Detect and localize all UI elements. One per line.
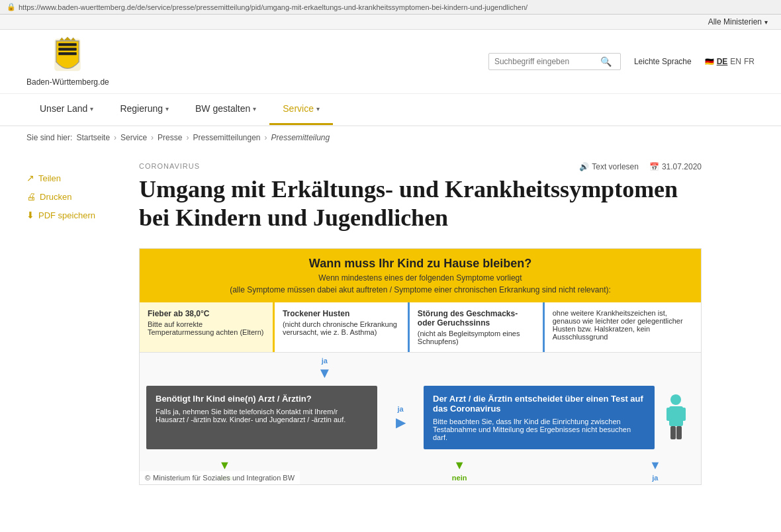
- test-box-title: Der Arzt / die Ärztin entscheidet über e…: [433, 394, 645, 414]
- breadcrumb-label: Sie sind hier:: [26, 133, 72, 142]
- ja-arrow-down: ja ▼: [146, 357, 503, 382]
- date-display: 📅 31.07.2020: [649, 162, 702, 171]
- symptom-fieber-title: Fieber ab 38,0°C: [148, 309, 265, 318]
- coat-of-arms-icon: [48, 36, 87, 76]
- article-title: Umgang mit Erkältungs- und Krankheitssym…: [139, 175, 702, 232]
- pdf-label: PDF speichern: [38, 210, 95, 220]
- symptom-fieber: Fieber ab 38,0°C Bitte auf korrekte Temp…: [140, 302, 275, 352]
- article-meta: 🔊 Text vorlesen 📅 31.07.2020: [579, 162, 702, 171]
- breadcrumb-service[interactable]: Service: [120, 133, 147, 142]
- lock-icon: 🔒: [7, 3, 16, 11]
- site-header: Baden-Württemberg.de 🔍 Leichte Sprache 🇩…: [0, 30, 781, 94]
- doctor-figure: [661, 386, 694, 449]
- nein-right-label: nein: [452, 474, 467, 482]
- doctor-box: Benötigt Ihr Kind eine(n) Arzt / Ärztin?…: [146, 386, 377, 449]
- ministerien-label: Alle Ministerien: [708, 17, 762, 26]
- ja-bottom-right: ▼ ja: [616, 459, 694, 482]
- breadcrumb-presse[interactable]: Presse: [158, 133, 182, 142]
- infographic-header: Wann muss Ihr Kind zu Hause bleiben? Wen…: [140, 249, 701, 302]
- search-box[interactable]: 🔍: [488, 53, 621, 70]
- lang-fr-button[interactable]: FR: [744, 57, 755, 66]
- breadcrumb-sep-2: ›: [151, 133, 154, 142]
- alle-ministerien-button[interactable]: Alle Ministerien ▾: [708, 17, 768, 26]
- svg-point-4: [670, 394, 681, 405]
- nav-bw-gestalten-label: BW gestalten: [195, 103, 250, 114]
- nav-bw-gestalten-chevron: ▾: [253, 105, 256, 112]
- nav-unser-land-chevron: ▾: [90, 105, 93, 112]
- doctor-figure-icon: [661, 393, 691, 446]
- pdf-button[interactable]: ⬇ PDF speichern: [26, 206, 106, 224]
- test-box-desc: Bitte beachten Sie, dass Ihr Kind die Ei…: [433, 418, 645, 441]
- drucken-label: Drucken: [40, 192, 71, 202]
- nav-regierung-chevron: ▾: [165, 105, 169, 112]
- top-bar: Alle Ministerien ▾: [0, 15, 781, 30]
- caption-text: Ministerium für Soziales und Integration…: [153, 474, 295, 482]
- nein-spacer: [303, 459, 381, 482]
- breadcrumb-sep-1: ›: [114, 133, 116, 142]
- nav-service-chevron: ▾: [316, 105, 320, 112]
- article: CORONAVIRUS 🔊 Text vorlesen 📅 31.07.2020…: [126, 162, 702, 485]
- breadcrumb-current: Pressemitteilung: [271, 133, 330, 142]
- read-aloud-label: Text vorlesen: [592, 162, 639, 171]
- mid-ja-label: ja: [397, 405, 403, 413]
- url-text: https://www.baden-wuerttemberg.de/de/ser…: [19, 3, 528, 11]
- calendar-icon: 📅: [649, 162, 659, 171]
- infographic-sub2: (alle Symptome müssen dabei akut auftret…: [153, 285, 688, 294]
- lang-de-button[interactable]: DE: [717, 57, 728, 66]
- down-arrow-icon: ▼: [146, 365, 503, 382]
- leichte-sprache-link[interactable]: Leichte Sprache: [634, 57, 692, 66]
- nav-service[interactable]: Service ▾: [269, 94, 333, 125]
- nav-regierung[interactable]: Regierung ▾: [107, 94, 182, 125]
- green-down-right-icon: ▼: [453, 459, 465, 472]
- search-input[interactable]: [494, 57, 600, 66]
- mid-right-arrow-icon: ▶: [396, 414, 406, 430]
- logo-area[interactable]: Baden-Württemberg.de: [26, 36, 109, 87]
- nav-regierung-label: Regierung: [120, 103, 163, 114]
- infographic-caption: © Ministerium für Soziales und Integrati…: [140, 471, 300, 484]
- address-bar: 🔒 https://www.baden-wuerttemberg.de/de/s…: [0, 0, 781, 15]
- teilen-button[interactable]: ↗ Teilen: [26, 169, 106, 187]
- share-icon: ↗: [26, 173, 34, 183]
- nav-unser-land[interactable]: Unser Land ▾: [26, 94, 107, 125]
- info-bottom-section: Benötigt Ihr Kind eine(n) Arzt / Ärztin?…: [140, 386, 701, 456]
- lang-en-button[interactable]: EN: [730, 57, 741, 66]
- article-category: CORONAVIRUS: [139, 162, 579, 170]
- svg-rect-3: [59, 52, 77, 55]
- print-icon: 🖨: [26, 191, 36, 202]
- breadcrumb-sep-3: ›: [186, 133, 189, 142]
- breadcrumb-startseite[interactable]: Startseite: [76, 133, 110, 142]
- infographic-title: Wann muss Ihr Kind zu Hause bleiben?: [153, 257, 688, 271]
- symptom-husten-title: Trockener Husten: [283, 309, 400, 318]
- svg-rect-7: [680, 408, 686, 421]
- symptoms-row: Fieber ab 38,0°C Bitte auf korrekte Temp…: [140, 302, 701, 353]
- svg-rect-2: [59, 48, 77, 50]
- svg-rect-1: [59, 43, 77, 46]
- content-area: ↗ Teilen 🖨 Drucken ⬇ PDF speichern CORON…: [0, 149, 728, 498]
- search-icon[interactable]: 🔍: [600, 56, 612, 67]
- nein-right: ▼ nein: [381, 459, 538, 482]
- flag-icon: 🇩🇪: [705, 58, 714, 66]
- doctor-box-title: Benötigt Ihr Kind eine(n) Arzt / Ärztin?: [156, 394, 368, 404]
- main-nav: Unser Land ▾ Regierung ▾ BW gestalten ▾ …: [0, 94, 781, 126]
- read-aloud-button[interactable]: 🔊 Text vorlesen: [579, 162, 639, 171]
- header-left: Baden-Württemberg.de: [26, 36, 109, 87]
- infographic-sub1: Wenn mindestens eines der folgenden Symp…: [153, 273, 688, 283]
- symptom-fieber-desc: Bitte auf korrekte Temperaturmessung ach…: [148, 320, 263, 336]
- nein-spacer2: [537, 459, 616, 482]
- nav-bw-gestalten[interactable]: BW gestalten ▾: [182, 94, 269, 125]
- nav-unser-land-label: Unser Land: [40, 103, 87, 114]
- blue-down-icon: ▼: [649, 459, 661, 472]
- site-title[interactable]: Baden-Württemberg.de: [26, 77, 109, 87]
- test-box: Der Arzt / die Ärztin entscheidet über e…: [424, 386, 655, 449]
- symptom-geruch-desc: (nicht als Begleitsymptom eines Schnupfe…: [418, 330, 520, 345]
- drucken-button[interactable]: 🖨 Drucken: [26, 187, 106, 206]
- ja-bottom-label: ja: [652, 474, 658, 482]
- yes-arrow-row: ja ▼: [140, 353, 701, 386]
- breadcrumb: Sie sind hier: Startseite › Service › Pr…: [0, 126, 781, 149]
- doctor-box-desc: Falls ja, nehmen Sie bitte telefonisch K…: [156, 408, 368, 423]
- symptom-husten: Trockener Husten (nicht durch chronische…: [275, 302, 410, 352]
- green-down-left-icon: ▼: [218, 459, 230, 472]
- breadcrumb-pressemitteilungen[interactable]: Pressemitteilungen: [193, 133, 260, 142]
- speaker-icon: 🔊: [579, 162, 589, 171]
- article-label-col: CORONAVIRUS: [139, 162, 579, 175]
